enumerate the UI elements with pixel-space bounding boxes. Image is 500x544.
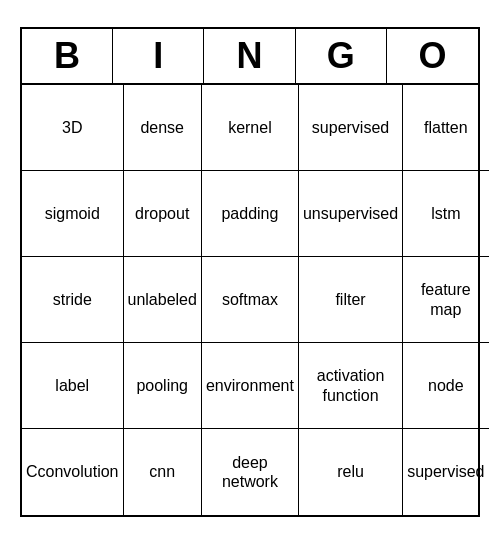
cell-text: kernel (228, 118, 272, 137)
cell-text: feature map (407, 280, 484, 318)
cell-text: cnn (149, 462, 175, 481)
bingo-cell: unlabeled (124, 257, 202, 343)
bingo-cell: relu (299, 429, 403, 515)
cell-text: unsupervised (303, 204, 398, 223)
cell-text: label (55, 376, 89, 395)
bingo-header: BINGO (22, 29, 478, 85)
header-letter: B (22, 29, 113, 83)
header-letter: I (113, 29, 204, 83)
cell-text: relu (337, 462, 364, 481)
bingo-grid: 3Ddensekernelsupervisedflattensigmoiddro… (22, 85, 478, 515)
bingo-cell: cnn (124, 429, 202, 515)
bingo-cell: lstm (403, 171, 488, 257)
cell-text: padding (221, 204, 278, 223)
cell-text: supervised (407, 462, 484, 481)
cell-text: deep network (206, 453, 294, 491)
bingo-cell: 3D (22, 85, 124, 171)
bingo-cell: unsupervised (299, 171, 403, 257)
cell-text: unlabeled (128, 290, 197, 309)
bingo-cell: label (22, 343, 124, 429)
header-letter: N (204, 29, 295, 83)
bingo-cell: pooling (124, 343, 202, 429)
bingo-cell: sigmoid (22, 171, 124, 257)
cell-text: dense (140, 118, 184, 137)
header-letter: G (296, 29, 387, 83)
cell-text: dropout (135, 204, 189, 223)
bingo-cell: environment (202, 343, 299, 429)
bingo-cell: flatten (403, 85, 488, 171)
bingo-cell: feature map (403, 257, 488, 343)
cell-text: stride (53, 290, 92, 309)
bingo-cell: activation function (299, 343, 403, 429)
bingo-cell: supervised (403, 429, 488, 515)
cell-text: activation function (303, 366, 398, 404)
cell-text: pooling (136, 376, 188, 395)
bingo-cell: filter (299, 257, 403, 343)
cell-text: sigmoid (45, 204, 100, 223)
bingo-cell: dropout (124, 171, 202, 257)
cell-text: node (428, 376, 464, 395)
bingo-cell: deep network (202, 429, 299, 515)
cell-text: Cconvolution (26, 462, 119, 481)
cell-text: 3D (62, 118, 82, 137)
bingo-cell: node (403, 343, 488, 429)
bingo-cell: kernel (202, 85, 299, 171)
header-letter: O (387, 29, 478, 83)
cell-text: flatten (424, 118, 468, 137)
cell-text: lstm (431, 204, 460, 223)
cell-text: softmax (222, 290, 278, 309)
cell-text: environment (206, 376, 294, 395)
bingo-cell: softmax (202, 257, 299, 343)
bingo-cell: supervised (299, 85, 403, 171)
bingo-cell: Cconvolution (22, 429, 124, 515)
bingo-cell: padding (202, 171, 299, 257)
bingo-cell: stride (22, 257, 124, 343)
bingo-card: BINGO 3Ddensekernelsupervisedflattensigm… (20, 27, 480, 517)
cell-text: filter (335, 290, 365, 309)
cell-text: supervised (312, 118, 389, 137)
bingo-cell: dense (124, 85, 202, 171)
